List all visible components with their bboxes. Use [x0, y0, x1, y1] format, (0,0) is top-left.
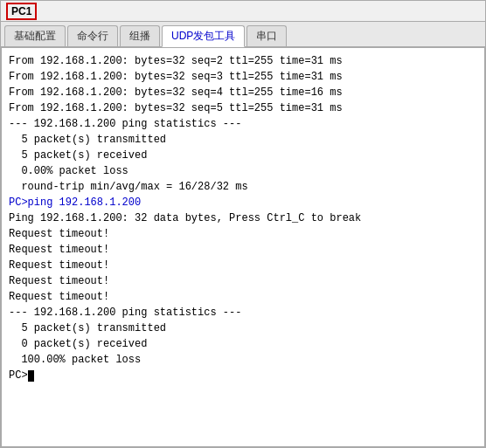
- terminal-output[interactable]: From 192.168.1.200: bytes=32 seq=2 ttl=2…: [1, 47, 485, 447]
- terminal-line: Ping 192.168.1.200: 32 data bytes, Press…: [9, 210, 477, 226]
- tab-bar: 基础配置命令行组播UDP发包工具串口: [1, 22, 485, 47]
- window-title: PC1: [6, 3, 37, 20]
- terminal-line: --- 192.168.1.200 ping statistics ---: [9, 305, 477, 320]
- terminal-line: From 192.168.1.200: bytes=32 seq=3 ttl=2…: [9, 69, 477, 85]
- terminal-line: From 192.168.1.200: bytes=32 seq=5 ttl=2…: [9, 100, 477, 116]
- terminal-line: 0.00% packet loss: [9, 163, 477, 179]
- tab-cmd[interactable]: 命令行: [67, 25, 118, 46]
- terminal-line: Request timeout!: [9, 258, 477, 273]
- terminal-line: Request timeout!: [9, 273, 477, 289]
- terminal-line: Request timeout!: [9, 242, 477, 258]
- terminal-line: 0 packet(s) received: [9, 336, 477, 352]
- tab-basic[interactable]: 基础配置: [4, 25, 66, 46]
- title-bar: PC1: [1, 1, 485, 22]
- terminal-line: 100.00% packet loss: [9, 352, 477, 368]
- terminal-line: Request timeout!: [9, 226, 477, 242]
- terminal-line: PC>: [9, 368, 477, 383]
- terminal-line: From 192.168.1.200: bytes=32 seq=4 ttl=2…: [9, 85, 477, 100]
- terminal-line: 5 packet(s) transmitted: [9, 320, 477, 336]
- terminal-line: Request timeout!: [9, 289, 477, 305]
- main-window: PC1 基础配置命令行组播UDP发包工具串口 From 192.168.1.20…: [0, 0, 486, 448]
- tab-serial[interactable]: 串口: [246, 25, 287, 46]
- terminal-line: From 192.168.1.200: bytes=32 seq=2 ttl=2…: [9, 53, 477, 69]
- terminal-line: round-trip min/avg/max = 16/28/32 ms: [9, 179, 477, 195]
- terminal-line: 5 packet(s) transmitted: [9, 132, 477, 148]
- terminal-line: 5 packet(s) received: [9, 148, 477, 163]
- tab-udp[interactable]: UDP发包工具: [162, 25, 245, 47]
- terminal-line: --- 192.168.1.200 ping statistics ---: [9, 116, 477, 132]
- terminal-cursor: [28, 370, 34, 382]
- tab-group[interactable]: 组播: [120, 25, 160, 46]
- terminal-line: PC>ping 192.168.1.200: [9, 195, 477, 210]
